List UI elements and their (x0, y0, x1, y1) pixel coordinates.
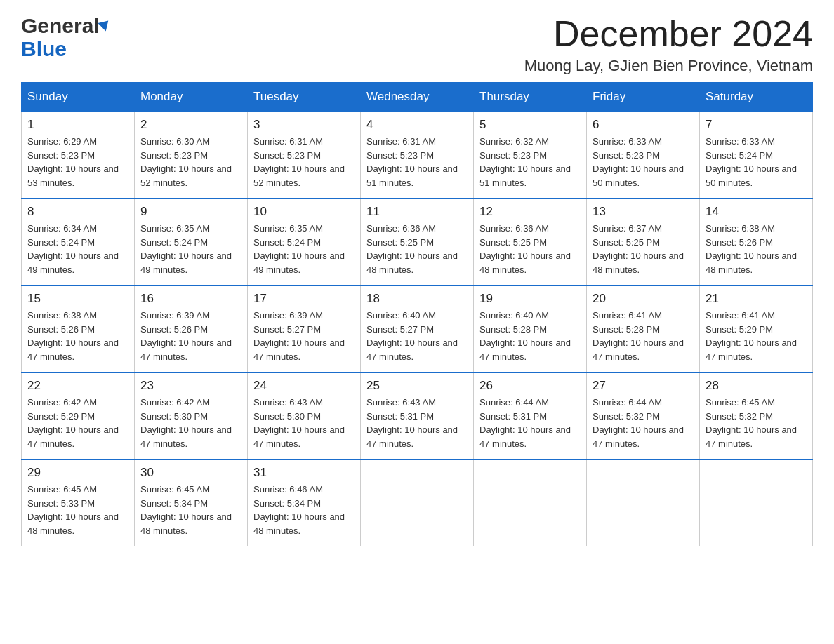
day-number: 1 (27, 118, 128, 132)
calendar-cell: 12Sunrise: 6:36 AMSunset: 5:25 PMDayligh… (474, 199, 587, 286)
week-row-5: 29Sunrise: 6:45 AMSunset: 5:33 PMDayligh… (22, 459, 813, 546)
calendar-cell (587, 459, 700, 546)
day-info: Sunrise: 6:38 AMSunset: 5:26 PMDaylight:… (27, 309, 128, 363)
day-info: Sunrise: 6:45 AMSunset: 5:34 PMDaylight:… (140, 483, 241, 537)
col-header-friday: Friday (587, 83, 700, 112)
location-title: Muong Lay, GJien Bien Province, Vietnam (524, 57, 813, 75)
day-info: Sunrise: 6:34 AMSunset: 5:24 PMDaylight:… (27, 222, 128, 276)
day-info: Sunrise: 6:36 AMSunset: 5:25 PMDaylight:… (479, 222, 581, 276)
day-info: Sunrise: 6:39 AMSunset: 5:26 PMDaylight:… (140, 309, 241, 363)
logo-blue-text: Blue (21, 37, 112, 60)
day-number: 7 (706, 118, 807, 132)
day-info: Sunrise: 6:45 AMSunset: 5:33 PMDaylight:… (27, 483, 128, 537)
calendar-cell: 15Sunrise: 6:38 AMSunset: 5:26 PMDayligh… (22, 286, 135, 373)
col-header-wednesday: Wednesday (361, 83, 474, 112)
day-info: Sunrise: 6:41 AMSunset: 5:28 PMDaylight:… (593, 309, 694, 363)
title-block: December 2024 Muong Lay, GJien Bien Prov… (524, 14, 813, 75)
week-row-2: 8Sunrise: 6:34 AMSunset: 5:24 PMDaylight… (22, 199, 813, 286)
day-info: Sunrise: 6:33 AMSunset: 5:24 PMDaylight:… (706, 135, 807, 189)
day-number: 18 (366, 292, 468, 306)
page-header: General Blue December 2024 Muong Lay, GJ… (21, 14, 813, 75)
calendar-cell: 27Sunrise: 6:44 AMSunset: 5:32 PMDayligh… (587, 373, 700, 459)
day-number: 25 (366, 379, 468, 393)
calendar-cell: 21Sunrise: 6:41 AMSunset: 5:29 PMDayligh… (700, 286, 813, 373)
calendar-cell: 7Sunrise: 6:33 AMSunset: 5:24 PMDaylight… (700, 112, 813, 199)
day-number: 22 (27, 379, 128, 393)
calendar-cell: 25Sunrise: 6:43 AMSunset: 5:31 PMDayligh… (361, 373, 474, 459)
calendar-cell: 10Sunrise: 6:35 AMSunset: 5:24 PMDayligh… (248, 199, 361, 286)
col-header-sunday: Sunday (22, 83, 135, 112)
day-info: Sunrise: 6:39 AMSunset: 5:27 PMDaylight:… (253, 309, 355, 363)
calendar-table: SundayMondayTuesdayWednesdayThursdayFrid… (21, 82, 813, 546)
day-number: 14 (706, 205, 807, 219)
calendar-cell (700, 459, 813, 546)
day-info: Sunrise: 6:36 AMSunset: 5:25 PMDaylight:… (366, 222, 468, 276)
calendar-cell: 6Sunrise: 6:33 AMSunset: 5:23 PMDaylight… (587, 112, 700, 199)
week-row-4: 22Sunrise: 6:42 AMSunset: 5:29 PMDayligh… (22, 373, 813, 459)
day-number: 28 (706, 379, 807, 393)
logo-arrow-icon (98, 16, 112, 31)
day-info: Sunrise: 6:31 AMSunset: 5:23 PMDaylight:… (253, 135, 355, 189)
calendar-cell: 28Sunrise: 6:45 AMSunset: 5:32 PMDayligh… (700, 373, 813, 459)
calendar-cell: 24Sunrise: 6:43 AMSunset: 5:30 PMDayligh… (248, 373, 361, 459)
day-number: 30 (140, 466, 241, 480)
day-info: Sunrise: 6:37 AMSunset: 5:25 PMDaylight:… (593, 222, 694, 276)
day-number: 6 (593, 118, 694, 132)
calendar-cell: 16Sunrise: 6:39 AMSunset: 5:26 PMDayligh… (135, 286, 248, 373)
day-info: Sunrise: 6:42 AMSunset: 5:29 PMDaylight:… (27, 396, 128, 450)
calendar-cell: 23Sunrise: 6:42 AMSunset: 5:30 PMDayligh… (135, 373, 248, 459)
calendar-cell (361, 459, 474, 546)
day-number: 20 (593, 292, 694, 306)
col-header-monday: Monday (135, 83, 248, 112)
logo-line1: General (21, 14, 112, 37)
calendar-header-row: SundayMondayTuesdayWednesdayThursdayFrid… (22, 83, 813, 112)
calendar-cell: 22Sunrise: 6:42 AMSunset: 5:29 PMDayligh… (22, 373, 135, 459)
calendar-cell: 19Sunrise: 6:40 AMSunset: 5:28 PMDayligh… (474, 286, 587, 373)
calendar-cell: 17Sunrise: 6:39 AMSunset: 5:27 PMDayligh… (248, 286, 361, 373)
day-info: Sunrise: 6:44 AMSunset: 5:32 PMDaylight:… (593, 396, 694, 450)
day-info: Sunrise: 6:31 AMSunset: 5:23 PMDaylight:… (366, 135, 468, 189)
day-number: 31 (253, 466, 355, 480)
calendar-cell: 4Sunrise: 6:31 AMSunset: 5:23 PMDaylight… (361, 112, 474, 199)
day-number: 21 (706, 292, 807, 306)
logo: General Blue (21, 14, 112, 60)
day-number: 15 (27, 292, 128, 306)
calendar-cell: 8Sunrise: 6:34 AMSunset: 5:24 PMDaylight… (22, 199, 135, 286)
col-header-tuesday: Tuesday (248, 83, 361, 112)
day-info: Sunrise: 6:35 AMSunset: 5:24 PMDaylight:… (140, 222, 241, 276)
day-number: 10 (253, 205, 355, 219)
day-number: 19 (479, 292, 581, 306)
day-number: 5 (479, 118, 581, 132)
day-number: 8 (27, 205, 128, 219)
day-info: Sunrise: 6:41 AMSunset: 5:29 PMDaylight:… (706, 309, 807, 363)
calendar-cell: 31Sunrise: 6:46 AMSunset: 5:34 PMDayligh… (248, 459, 361, 546)
day-info: Sunrise: 6:32 AMSunset: 5:23 PMDaylight:… (479, 135, 581, 189)
calendar-cell (474, 459, 587, 546)
day-number: 27 (593, 379, 694, 393)
calendar-cell: 3Sunrise: 6:31 AMSunset: 5:23 PMDaylight… (248, 112, 361, 199)
calendar-cell: 30Sunrise: 6:45 AMSunset: 5:34 PMDayligh… (135, 459, 248, 546)
calendar-cell: 11Sunrise: 6:36 AMSunset: 5:25 PMDayligh… (361, 199, 474, 286)
calendar-cell: 1Sunrise: 6:29 AMSunset: 5:23 PMDaylight… (22, 112, 135, 199)
day-info: Sunrise: 6:42 AMSunset: 5:30 PMDaylight:… (140, 396, 241, 450)
calendar-cell: 18Sunrise: 6:40 AMSunset: 5:27 PMDayligh… (361, 286, 474, 373)
day-number: 24 (253, 379, 355, 393)
day-info: Sunrise: 6:43 AMSunset: 5:30 PMDaylight:… (253, 396, 355, 450)
day-number: 2 (140, 118, 241, 132)
day-number: 11 (366, 205, 468, 219)
day-info: Sunrise: 6:44 AMSunset: 5:31 PMDaylight:… (479, 396, 581, 450)
week-row-1: 1Sunrise: 6:29 AMSunset: 5:23 PMDaylight… (22, 112, 813, 199)
day-info: Sunrise: 6:30 AMSunset: 5:23 PMDaylight:… (140, 135, 241, 189)
logo-general-text: General (21, 14, 100, 37)
calendar-cell: 9Sunrise: 6:35 AMSunset: 5:24 PMDaylight… (135, 199, 248, 286)
calendar-cell: 26Sunrise: 6:44 AMSunset: 5:31 PMDayligh… (474, 373, 587, 459)
day-number: 9 (140, 205, 241, 219)
calendar-cell: 20Sunrise: 6:41 AMSunset: 5:28 PMDayligh… (587, 286, 700, 373)
day-info: Sunrise: 6:43 AMSunset: 5:31 PMDaylight:… (366, 396, 468, 450)
day-info: Sunrise: 6:38 AMSunset: 5:26 PMDaylight:… (706, 222, 807, 276)
day-number: 26 (479, 379, 581, 393)
day-info: Sunrise: 6:29 AMSunset: 5:23 PMDaylight:… (27, 135, 128, 189)
calendar-cell: 13Sunrise: 6:37 AMSunset: 5:25 PMDayligh… (587, 199, 700, 286)
day-number: 12 (479, 205, 581, 219)
week-row-3: 15Sunrise: 6:38 AMSunset: 5:26 PMDayligh… (22, 286, 813, 373)
